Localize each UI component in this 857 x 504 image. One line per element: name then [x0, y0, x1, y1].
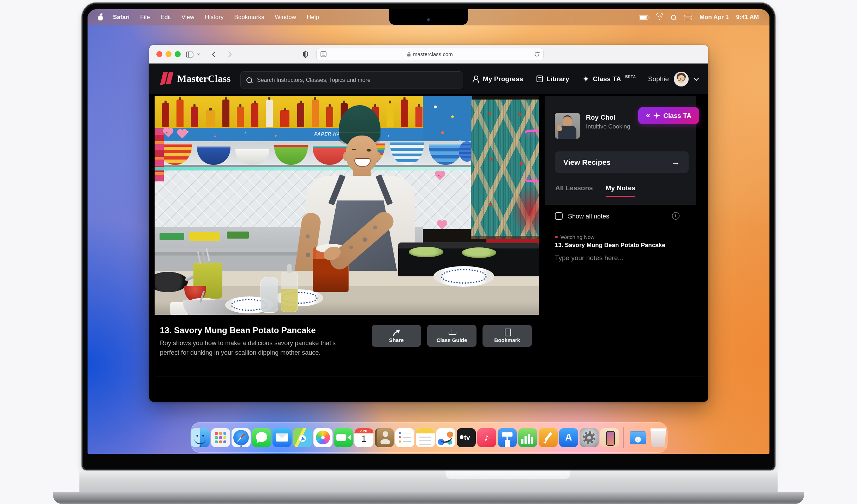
glass-carafe	[260, 277, 278, 313]
chevron-down-icon[interactable]	[694, 76, 699, 81]
side-panel-tabs: All LessonsMy Notes	[555, 184, 635, 197]
apple-menu-icon[interactable]	[97, 14, 103, 21]
lid-notch	[445, 470, 570, 480]
menu-bar-date: Mon Apr 1	[700, 14, 729, 21]
masterclass-header: MasterClass Search Instructors, Classes,…	[149, 64, 708, 94]
menu-item[interactable]: View	[176, 14, 200, 21]
page-content: PAPER HAT RC RC	[149, 94, 708, 402]
dock-keynote[interactable]	[498, 428, 517, 447]
search-input[interactable]: Search Instructors, Classes, Topics and …	[240, 71, 463, 89]
minimize-button[interactable]	[166, 51, 172, 57]
wifi-icon[interactable]	[656, 14, 664, 20]
battery-icon[interactable]	[639, 15, 648, 20]
avatar[interactable]	[674, 72, 689, 86]
back-icon[interactable]	[209, 49, 218, 59]
lesson-video[interactable]: PAPER HAT RC RC	[155, 96, 539, 315]
dock-notes[interactable]	[416, 428, 435, 447]
info-icon[interactable]: i	[672, 212, 679, 220]
view-recipes-button[interactable]: View Recipes →	[555, 151, 689, 173]
nav-class-ta[interactable]: Class TA BETA	[582, 75, 636, 83]
current-lesson-title: 13. Savory Mung Bean Potato Pancake	[555, 242, 665, 249]
dock-numbers[interactable]	[518, 428, 537, 447]
dock-messages[interactable]	[252, 428, 271, 447]
menu-item[interactable]: Safari	[108, 14, 135, 21]
sparkle-icon	[582, 76, 589, 82]
forward-icon[interactable]	[225, 49, 235, 59]
dock-facetime[interactable]	[334, 428, 353, 447]
course-title: Intuitive Cooking	[586, 123, 630, 130]
reload-icon[interactable]	[534, 51, 540, 58]
notes-input[interactable]: Type your notes here...	[555, 254, 623, 262]
running-indicator	[240, 445, 242, 447]
chevron-down-icon[interactable]	[196, 49, 201, 59]
menu-item[interactable]: History	[200, 14, 229, 21]
menu-item[interactable]: Help	[301, 14, 324, 21]
class-ta-button[interactable]: « Class TA	[638, 107, 699, 124]
library-icon	[537, 76, 543, 82]
download-icon	[448, 329, 456, 335]
tab-my-notes[interactable]: My Notes	[606, 184, 635, 197]
dock-calendar[interactable]: APR 1	[354, 428, 373, 447]
dock-trash[interactable]	[649, 428, 668, 447]
dock-maps[interactable]	[293, 428, 312, 447]
dock-reminders[interactable]	[395, 428, 414, 447]
search-placeholder: Search Instructors, Classes, Topics and …	[257, 77, 371, 83]
search-icon	[246, 77, 252, 83]
dock-freeform[interactable]	[436, 428, 455, 447]
dock-safari[interactable]	[232, 428, 251, 447]
close-button[interactable]	[156, 51, 162, 57]
share-button[interactable]: Share	[372, 325, 421, 347]
user-name: Sophie	[648, 75, 669, 83]
dock-contacts[interactable]	[375, 428, 394, 447]
dock-appletv[interactable]	[457, 428, 476, 447]
dock-launchpad[interactable]	[211, 428, 230, 447]
address-bar[interactable]: masterclass.com	[316, 48, 544, 60]
masterclass-logo[interactable]: MasterClass	[160, 72, 231, 86]
address-text: masterclass.com	[413, 51, 453, 57]
class-guide-button[interactable]: Class Guide	[427, 325, 477, 347]
page-settings-icon[interactable]	[320, 51, 326, 58]
watching-now-dot	[555, 236, 558, 238]
person-icon	[472, 76, 479, 83]
instructor-thumbnail[interactable]	[555, 113, 580, 139]
dock-music[interactable]	[477, 428, 496, 447]
spotlight-search-icon[interactable]	[671, 15, 676, 20]
arrow-right-icon: →	[671, 157, 680, 168]
dotted-plate	[433, 266, 494, 287]
show-all-notes-label: Show all notes	[568, 213, 609, 220]
display-notch	[389, 9, 468, 25]
nav-library[interactable]: Library	[537, 75, 569, 83]
lock-icon	[407, 52, 411, 57]
menu-item[interactable]: File	[135, 14, 155, 21]
zoom-button[interactable]	[175, 51, 181, 57]
oil-bottle	[281, 272, 298, 312]
sidebar-icon[interactable]	[185, 49, 194, 59]
dock-iphone[interactable]	[600, 428, 619, 447]
dock-pages[interactable]	[539, 428, 558, 447]
privacy-shield-icon[interactable]	[300, 49, 310, 59]
running-indicator	[199, 445, 201, 447]
sparkle-icon	[653, 112, 660, 119]
safari-toolbar: masterclass.com	[149, 45, 708, 64]
menu-item[interactable]: Bookmarks	[229, 14, 269, 21]
menu-item[interactable]: Edit	[155, 14, 176, 21]
instructor-name: Roy Choi	[586, 114, 615, 121]
menu-item[interactable]: Window	[269, 14, 301, 21]
desktop: SafariFileEditViewHistoryBookmarksWindow…	[0, 0, 857, 504]
dock-settings[interactable]	[580, 428, 599, 447]
dock-finder[interactable]	[191, 428, 210, 447]
dock-downloads[interactable]	[628, 428, 647, 447]
masterclass-logo-icon	[160, 72, 173, 86]
dock-appstore[interactable]	[559, 428, 578, 447]
nav-progress[interactable]: My Progress	[472, 75, 523, 83]
share-arrow-icon	[392, 329, 400, 335]
bookmark-button[interactable]: Bookmark	[483, 325, 532, 347]
dock-mail[interactable]	[272, 428, 292, 447]
macbook-base	[79, 470, 778, 492]
watching-now-label: Watching Now	[561, 234, 594, 240]
show-all-notes-checkbox[interactable]	[555, 212, 563, 220]
lesson-actions: Share Class Guide Bookmark	[372, 325, 532, 347]
tab-all-lessons[interactable]: All Lessons	[555, 184, 593, 197]
dock-photos[interactable]	[313, 428, 332, 447]
control-center-icon[interactable]	[684, 15, 692, 20]
